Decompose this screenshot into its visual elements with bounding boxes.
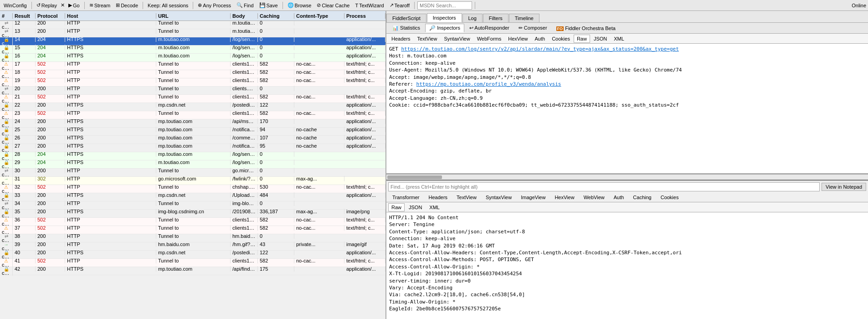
row-body: 582 xyxy=(258,217,294,222)
clear-cache-button[interactable]: ⊘ Clear Cache xyxy=(315,2,351,9)
req-tab-cookies[interactable]: Cookies xyxy=(549,35,573,43)
keep-button[interactable]: Keep: All sessions xyxy=(146,2,190,9)
resp-subtab-raw[interactable]: Raw xyxy=(388,203,405,211)
row-content-type: text/html; c... xyxy=(344,225,385,231)
row-host: Tunnel to xyxy=(156,201,231,206)
resp-tab-auth[interactable]: Auth xyxy=(610,193,628,201)
req-tab-syntaxview[interactable]: SyntaxView xyxy=(441,35,473,43)
tab-inspectors[interactable]: Inspectors xyxy=(427,13,462,22)
find-input[interactable] xyxy=(388,182,820,191)
content-area: GET https://m.toutiao.com/log/sentry/v2/… xyxy=(386,44,868,319)
request-url-link[interactable]: https://m.toutiao.com/log/sentry/v2/api/… xyxy=(401,46,679,52)
resp-tab-hexview[interactable]: HexView xyxy=(550,193,578,201)
req-tab-hexview[interactable]: HexView xyxy=(505,35,531,43)
row-id: 12 xyxy=(13,21,36,26)
row-content-type: application/... xyxy=(344,192,385,198)
subtab-inspectors[interactable]: 🔎 Inspectors xyxy=(425,24,464,32)
row-content-type: application/... xyxy=(344,250,385,255)
msdn-search-input[interactable] xyxy=(417,1,472,10)
req-tab-webforms[interactable]: WebForms xyxy=(474,35,505,43)
subtab-composer[interactable]: ✏ Composer xyxy=(514,24,551,32)
row-result: 502 xyxy=(36,184,65,190)
row-result: 204 xyxy=(36,45,65,50)
req-tab-headers[interactable]: Headers xyxy=(388,35,414,43)
req-tab-raw[interactable]: Raw xyxy=(574,35,590,43)
winconfig-button[interactable]: WinConfig xyxy=(2,2,29,9)
row-body: 0 xyxy=(258,28,294,34)
row-protocol: HTTPS xyxy=(65,209,156,214)
row-result: 200 xyxy=(36,233,65,239)
go-icon: ▶ xyxy=(68,2,72,8)
subtab-autoresponder[interactable]: ↩ AutoResponder xyxy=(465,24,514,32)
table-row[interactable]: 🔒 42 200 HTTPS mp.toutiao.com /api/find_… xyxy=(0,267,385,275)
row-id: 22 xyxy=(13,102,36,108)
tab-log[interactable]: Log xyxy=(462,14,483,22)
row-protocol: HTTPS xyxy=(65,102,156,108)
row-host: mp.toutiao.com xyxy=(156,143,231,149)
row-url: img-blog.csdnimg.cn:443 xyxy=(231,201,258,206)
request-scrollbar-thumb[interactable] xyxy=(387,175,442,179)
row-protocol: HTTPS xyxy=(65,192,156,198)
composer-icon: ✏ xyxy=(519,25,523,31)
row-result: 200 xyxy=(36,242,65,247)
row-content-type: text/html; c... xyxy=(344,69,385,75)
resp-tab-caching[interactable]: Caching xyxy=(629,193,655,201)
browse-button[interactable]: 🌐 Browse xyxy=(286,2,313,9)
toolbar-separator-7 xyxy=(475,2,475,9)
find-button[interactable]: 🔍 Find xyxy=(235,2,255,9)
replay-button[interactable]: ↺ Replay xyxy=(35,2,59,9)
row-host: Tunnel to xyxy=(156,86,231,91)
row-content-type: application/... xyxy=(344,102,385,108)
row-body: 122 xyxy=(258,102,294,108)
row-caching: no-cac... xyxy=(294,184,344,190)
view-in-notepad-button[interactable]: View in Notepad xyxy=(822,183,866,191)
req-tab-textview[interactable]: TextView xyxy=(414,35,441,43)
row-id: 32 xyxy=(13,184,36,190)
right-panel: FiddlerScript Inspectors Log Filters Tim… xyxy=(386,11,868,319)
decode-button[interactable]: ⊞ Decode xyxy=(114,2,140,9)
row-result: 200 xyxy=(36,201,65,206)
row-caching: no-cac... xyxy=(294,77,344,83)
tab-timeline[interactable]: Timeline xyxy=(509,14,539,22)
tab-filters[interactable]: Filters xyxy=(483,14,508,22)
subtab-statistics[interactable]: 📊 Statistics xyxy=(388,24,424,32)
row-host: Tunnel to xyxy=(156,28,231,34)
subtab-fiddler-orchestra[interactable]: FO Fiddler Orchestra Beta xyxy=(552,24,620,32)
row-protocol: HTTP xyxy=(65,61,156,67)
resp-tab-webview[interactable]: WebView xyxy=(580,193,609,201)
row-protocol: HTTPS xyxy=(65,118,156,124)
resp-tab-cookies[interactable]: Cookies xyxy=(657,193,683,201)
resp-tab-transformer[interactable]: Transformer xyxy=(388,193,424,201)
row-content-type: text/html; c... xyxy=(344,184,385,190)
resp-tab-textview[interactable]: TextView xyxy=(452,193,481,201)
row-result: 502 xyxy=(36,258,65,263)
stream-button[interactable]: ≋ Stream xyxy=(87,2,112,9)
row-body: 43 xyxy=(258,242,294,247)
tearoff-button[interactable]: ↗ Tearoff xyxy=(388,2,411,9)
referer-url-link[interactable]: https://mp.toutiao.com/profile_v3/wenda/… xyxy=(416,81,561,87)
resp-subtab-json[interactable]: JSON xyxy=(406,203,425,211)
request-scrollbar[interactable] xyxy=(386,174,868,180)
tab-fiddlerscript[interactable]: FiddlerScript xyxy=(386,14,426,22)
go-button[interactable]: ▶ Go xyxy=(67,2,82,9)
row-id: 14 xyxy=(13,36,36,42)
textwizard-button[interactable]: T TextWizard xyxy=(353,2,385,9)
row-result: 204 xyxy=(36,160,65,165)
row-result: 200 xyxy=(36,266,65,272)
request-content-area[interactable]: GET https://m.toutiao.com/log/sentry/v2/… xyxy=(386,44,868,174)
row-result: 502 xyxy=(36,225,65,231)
resp-tab-syntaxview[interactable]: SyntaxView xyxy=(482,193,516,201)
req-tab-json[interactable]: JSON xyxy=(591,35,610,43)
req-tab-auth[interactable]: Auth xyxy=(532,35,549,43)
resp-subtab-xml[interactable]: XML xyxy=(426,203,443,211)
row-caching: no-cac... xyxy=(294,258,344,263)
response-body[interactable]: HTTP/1.1 204 No Content Server: Tengine … xyxy=(386,212,868,319)
resp-tab-imageview[interactable]: ImageView xyxy=(517,193,550,201)
any-process-button[interactable]: ⊕ Any Process xyxy=(196,2,233,9)
req-tab-xml[interactable]: XML xyxy=(611,35,627,43)
resp-tab-headers[interactable]: Headers xyxy=(425,193,452,201)
row-body: 530 xyxy=(258,184,294,190)
row-protocol: HTTP xyxy=(65,176,156,181)
save-button[interactable]: 💾 Save xyxy=(257,2,280,9)
find-bar: View in Notepad xyxy=(386,180,868,192)
